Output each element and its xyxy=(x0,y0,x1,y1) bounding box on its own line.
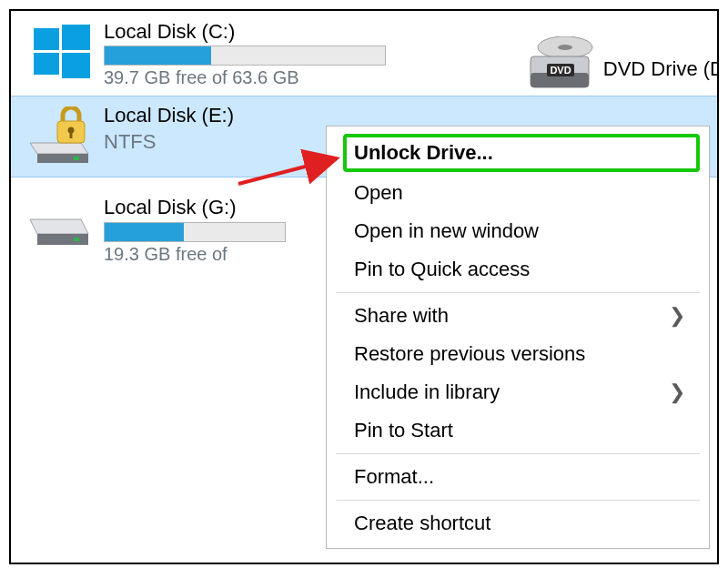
drive-item-dvd[interactable]: DVD DVD Drive (D xyxy=(525,36,719,102)
storage-fill xyxy=(105,46,211,65)
storage-bar xyxy=(104,222,286,242)
menu-item-label: Share with xyxy=(354,304,449,328)
storage-fill xyxy=(105,223,184,241)
drive-title: DVD Drive (D xyxy=(603,57,719,81)
menu-item-label: Include in library xyxy=(354,380,500,404)
svg-rect-3 xyxy=(62,53,90,78)
menu-item-pin-start[interactable]: Pin to Start xyxy=(327,411,709,450)
menu-item-pin-quick-access[interactable]: Pin to Quick access xyxy=(327,250,709,289)
drive-title: Local Disk (E:) xyxy=(104,104,380,127)
drive-title: Local Disk (C:) xyxy=(104,20,386,44)
svg-rect-2 xyxy=(34,53,59,75)
chevron-right-icon: ❯ xyxy=(669,380,685,404)
locked-drive-icon xyxy=(25,102,98,171)
menu-item-restore-previous[interactable]: Restore previous versions xyxy=(327,335,709,373)
explorer-window: Local Disk (C:) 39.7 GB free of 63.6 GB … xyxy=(9,9,719,564)
menu-item-format[interactable]: Format... xyxy=(327,458,709,496)
svg-rect-12 xyxy=(74,157,79,160)
svg-rect-1 xyxy=(62,25,90,50)
storage-text: 39.7 GB free of 63.6 GB xyxy=(104,67,386,88)
chevron-right-icon: ❯ xyxy=(669,304,685,328)
svg-rect-0 xyxy=(34,28,59,50)
menu-separator xyxy=(336,292,700,293)
annotation-highlight: Unlock Drive... xyxy=(343,134,700,172)
svg-text:DVD: DVD xyxy=(550,65,571,76)
context-menu: Unlock Drive... Open Open in new window … xyxy=(326,126,710,549)
svg-rect-15 xyxy=(70,132,73,138)
svg-rect-11 xyxy=(37,154,88,163)
hard-drive-icon xyxy=(25,194,98,263)
svg-point-5 xyxy=(558,45,572,50)
menu-item-share-with[interactable]: Share with ❯ xyxy=(327,297,709,335)
menu-item-include-library[interactable]: Include in library ❯ xyxy=(327,373,709,411)
windows-logo-icon xyxy=(25,18,98,87)
menu-separator xyxy=(336,500,700,501)
menu-item-open[interactable]: Open xyxy=(327,174,709,212)
svg-marker-10 xyxy=(30,143,88,154)
menu-item-unlock-drive[interactable]: Unlock Drive... xyxy=(354,141,689,165)
svg-rect-17 xyxy=(37,234,88,245)
menu-item-create-shortcut[interactable]: Create shortcut xyxy=(327,504,709,543)
menu-item-open-new-window[interactable]: Open in new window xyxy=(327,212,709,250)
dvd-drive-icon: DVD xyxy=(525,36,596,102)
svg-marker-16 xyxy=(30,219,88,234)
storage-bar xyxy=(104,46,386,66)
menu-separator xyxy=(336,453,700,454)
svg-rect-18 xyxy=(74,238,79,241)
